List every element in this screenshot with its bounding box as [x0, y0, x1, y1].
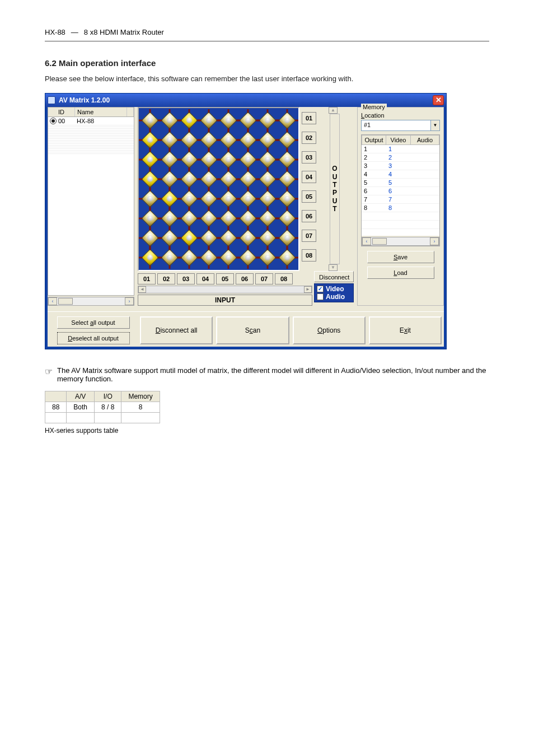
- matrix-node[interactable]: [278, 151, 296, 169]
- scan-button[interactable]: Scan: [216, 316, 289, 344]
- matrix-node[interactable]: [259, 209, 277, 227]
- matrix-node[interactable]: [239, 190, 257, 208]
- radio-icon[interactable]: [50, 118, 57, 124]
- matrix-node[interactable]: [259, 229, 277, 247]
- audio-checkbox[interactable]: Audio: [317, 293, 351, 301]
- device-row[interactable]: [48, 152, 134, 154]
- matrix-node[interactable]: [141, 131, 159, 149]
- output-label[interactable]: 08: [302, 249, 316, 262]
- matrix-node[interactable]: [200, 131, 218, 149]
- input-label[interactable]: 02: [157, 273, 175, 284]
- output-label[interactable]: 04: [302, 171, 316, 183]
- output-label[interactable]: 01: [302, 112, 316, 124]
- input-label[interactable]: 01: [138, 273, 156, 284]
- matrix-node[interactable]: [259, 131, 277, 149]
- matrix-node[interactable]: [239, 209, 257, 227]
- input-label[interactable]: 08: [275, 273, 293, 284]
- matrix-node[interactable]: [141, 249, 159, 267]
- matrix-node[interactable]: [161, 209, 179, 227]
- deselect-all-output-button[interactable]: Deselect all output: [57, 332, 130, 344]
- exit-button[interactable]: Exit: [369, 316, 442, 344]
- matrix-node[interactable]: [141, 190, 159, 208]
- chevron-up-icon[interactable]: ▲: [329, 107, 338, 114]
- memory-scroll-thumb[interactable]: [372, 238, 387, 245]
- device-col-name[interactable]: Name: [75, 108, 127, 116]
- matrix-node[interactable]: [259, 190, 277, 208]
- matrix-node[interactable]: [141, 170, 159, 188]
- matrix-node[interactable]: [278, 111, 296, 129]
- memory-row[interactable]: 44: [362, 170, 439, 179]
- memory-row[interactable]: 88: [362, 204, 439, 212]
- chevron-down-icon[interactable]: ▼: [329, 264, 338, 271]
- chevron-right-icon[interactable]: ►: [304, 286, 312, 293]
- chevron-left-icon[interactable]: ◄: [138, 286, 146, 293]
- memory-col-video[interactable]: Video: [386, 135, 411, 145]
- matrix-node[interactable]: [180, 170, 198, 188]
- matrix-node[interactable]: [278, 209, 296, 227]
- matrix-node[interactable]: [200, 190, 218, 208]
- matrix-grid[interactable]: [141, 111, 296, 267]
- matrix-node[interactable]: [219, 131, 237, 149]
- input-label[interactable]: 03: [177, 273, 195, 284]
- select-all-output-button[interactable]: Select all output: [57, 316, 130, 329]
- matrix-node[interactable]: [239, 229, 257, 247]
- device-list-hscroll[interactable]: ‹ ›: [48, 297, 134, 306]
- matrix-node[interactable]: [219, 209, 237, 227]
- output-label[interactable]: 07: [302, 230, 316, 242]
- matrix-node[interactable]: [259, 151, 277, 169]
- chevron-left-icon[interactable]: ‹: [362, 237, 371, 245]
- matrix-node[interactable]: [180, 151, 198, 169]
- matrix-node[interactable]: [161, 151, 179, 169]
- matrix-node[interactable]: [259, 111, 277, 129]
- matrix-node[interactable]: [180, 131, 198, 149]
- matrix-node[interactable]: [200, 170, 218, 188]
- matrix-node[interactable]: [141, 229, 159, 247]
- matrix-node[interactable]: [278, 249, 296, 267]
- matrix-node[interactable]: [278, 229, 296, 247]
- matrix-node[interactable]: [219, 111, 237, 129]
- matrix-node[interactable]: [200, 249, 218, 267]
- matrix-node[interactable]: [141, 209, 159, 227]
- device-scroll-thumb[interactable]: [58, 298, 73, 305]
- matrix-node[interactable]: [161, 170, 179, 188]
- matrix-node[interactable]: [259, 170, 277, 188]
- matrix-node[interactable]: [239, 111, 257, 129]
- chevron-down-icon[interactable]: ▼: [430, 120, 439, 130]
- matrix-node[interactable]: [219, 190, 237, 208]
- matrix-node[interactable]: [161, 111, 179, 129]
- matrix-node[interactable]: [161, 190, 179, 208]
- load-button[interactable]: Load: [367, 267, 434, 279]
- matrix-node[interactable]: [219, 229, 237, 247]
- memory-row[interactable]: 11: [362, 145, 439, 153]
- memory-table-body[interactable]: 1122334455667788: [362, 145, 439, 236]
- close-button[interactable]: ✕: [433, 95, 444, 105]
- matrix-node[interactable]: [180, 111, 198, 129]
- input-label[interactable]: 05: [216, 273, 234, 284]
- matrix-node[interactable]: [180, 190, 198, 208]
- video-checkbox[interactable]: ✓Video: [317, 285, 351, 293]
- disconnect-all-button[interactable]: Disconnect all: [140, 316, 213, 344]
- input-label[interactable]: 06: [236, 273, 254, 284]
- save-button[interactable]: Save: [367, 251, 434, 263]
- matrix-node[interactable]: [161, 131, 179, 149]
- input-label[interactable]: 07: [255, 273, 273, 284]
- matrix-node[interactable]: [161, 229, 179, 247]
- matrix-node[interactable]: [219, 249, 237, 267]
- matrix-node[interactable]: [259, 249, 277, 267]
- matrix-node[interactable]: [141, 151, 159, 169]
- matrix-node[interactable]: [200, 209, 218, 227]
- matrix-node[interactable]: [180, 209, 198, 227]
- memory-row[interactable]: 77: [362, 195, 439, 204]
- memory-col-output[interactable]: Output: [362, 135, 386, 145]
- matrix-node[interactable]: [239, 131, 257, 149]
- matrix-node[interactable]: [239, 249, 257, 267]
- matrix-node[interactable]: [278, 131, 296, 149]
- matrix-node[interactable]: [161, 249, 179, 267]
- memory-row[interactable]: 22: [362, 153, 439, 162]
- matrix-node[interactable]: [180, 249, 198, 267]
- memory-row[interactable]: 55: [362, 179, 439, 187]
- matrix-node[interactable]: [200, 229, 218, 247]
- output-label[interactable]: 02: [302, 132, 316, 144]
- memory-hscroll[interactable]: ‹ ›: [362, 237, 439, 246]
- matrix-node[interactable]: [200, 111, 218, 129]
